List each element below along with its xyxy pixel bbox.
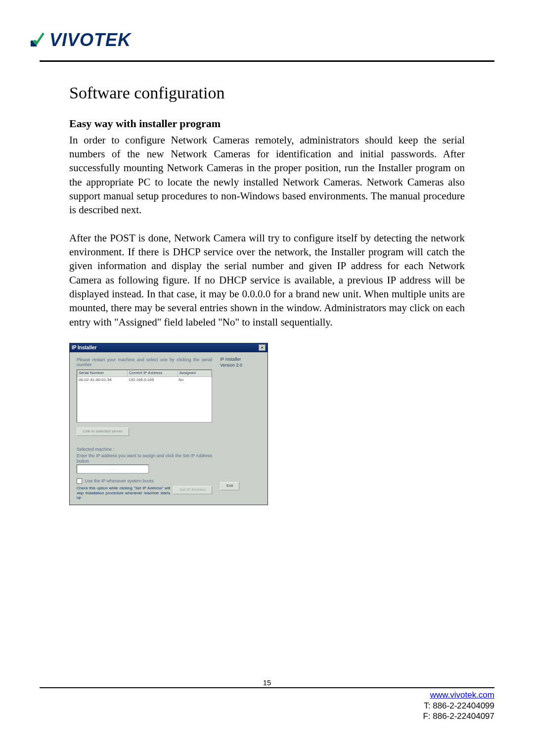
cell-assigned: No: [177, 377, 212, 383]
cell-serial: 00-02-41-00-01-34: [77, 377, 127, 383]
col-assigned: Assigned: [178, 370, 212, 377]
footer-tel: T: 886-2-22404099: [424, 701, 494, 710]
machine-list[interactable]: Serial Number Current IP Address Assigne…: [77, 370, 212, 423]
list-header: Serial Number Current IP Address Assigne…: [77, 370, 212, 377]
paragraph-2: After the POST is done, Network Camera w…: [69, 231, 465, 329]
footer-url[interactable]: www.vivotek.com: [430, 690, 494, 700]
checkbox-icon[interactable]: [77, 478, 82, 484]
exit-button[interactable]: Exit: [220, 482, 239, 490]
dialog-instruction: Please restart your machine and select o…: [77, 357, 212, 368]
reset-note: Check this option while clicking "Set IP…: [77, 486, 170, 500]
reset-checkbox-row[interactable]: Use the IP whenever system boots: [77, 478, 212, 484]
logo-text: VIVOTEK: [49, 30, 131, 50]
app-name-label: IP Installer: [220, 356, 265, 362]
page-title: Software configuration: [69, 82, 465, 104]
close-icon[interactable]: ×: [259, 344, 266, 351]
enter-ip-label: Enter the IP address you want to assign …: [77, 453, 212, 464]
page-content: Software configuration Easy way with ins…: [40, 62, 494, 505]
section-subtitle: Easy way with installer program: [69, 116, 465, 131]
version-label: Version 2.0: [220, 362, 265, 368]
paragraph-1: In order to configure Network Cameras re…: [69, 133, 465, 217]
dialog-title: IP Installer: [72, 344, 96, 351]
selected-machine-label: Selected machine :: [77, 447, 212, 452]
reset-checkbox-label: Use the IP whenever system boots: [85, 478, 154, 483]
dialog-titlebar: IP Installer ×: [70, 343, 267, 352]
vivotek-logo: VIVOTEK: [30, 30, 494, 50]
footer-fax: F: 886-2-22404097: [423, 711, 494, 721]
col-ip: Current IP Address: [128, 370, 178, 377]
cell-ip: 192.168.0.168: [127, 377, 177, 383]
ip-address-input[interactable]: . . .: [77, 465, 149, 473]
logo-check-icon: [30, 32, 46, 48]
page-number: 15: [40, 678, 494, 687]
col-serial: Serial Number: [77, 370, 128, 377]
list-row[interactable]: 00-02-41-00-01-34 192.168.0.168 No: [77, 377, 212, 383]
ip-installer-dialog: IP Installer × Please restart your machi…: [69, 343, 268, 505]
page-footer: 15 www.vivotek.com T: 886-2-22404099 F: …: [40, 687, 494, 721]
set-ip-button[interactable]: Set IP Address: [173, 486, 212, 494]
link-to-server-button[interactable]: Link to selected server: [77, 427, 129, 436]
